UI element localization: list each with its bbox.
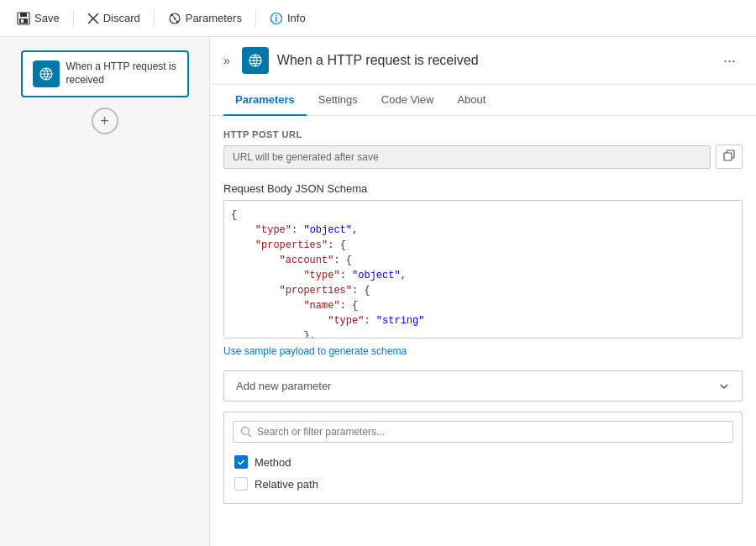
svg-line-23	[249, 434, 252, 438]
sample-payload-link[interactable]: Use sample payload to generate schema	[223, 345, 407, 357]
divider-1	[73, 10, 74, 27]
code-line: "type": "object",	[231, 223, 735, 238]
svg-rect-3	[21, 19, 24, 23]
method-param-row[interactable]: Method	[233, 451, 733, 473]
tabs-bar: Parameters Settings Code View About	[210, 85, 756, 116]
svg-line-10	[172, 15, 177, 22]
info-label: Info	[287, 12, 306, 24]
save-icon	[17, 12, 30, 25]
code-line: "properties": {	[231, 283, 735, 298]
code-line: "name": {	[231, 298, 735, 313]
node-card[interactable]: When a HTTP request is received	[21, 50, 189, 97]
toolbar: Save Discard Parameters i Info	[0, 0, 756, 37]
url-field: URL will be generated after save	[223, 144, 743, 169]
svg-text:i: i	[276, 14, 278, 24]
svg-rect-21	[724, 153, 732, 160]
node-label: When a HTTP request is received	[66, 60, 177, 87]
copy-icon	[723, 150, 735, 161]
method-label: Method	[255, 456, 291, 469]
search-box[interactable]	[233, 421, 733, 443]
parameter-search-input[interactable]	[257, 426, 726, 438]
search-icon	[240, 426, 252, 438]
schema-label: Request Body JSON Schema	[223, 182, 743, 195]
parameter-dropdown-panel: Method Relative path	[223, 412, 743, 504]
add-step-button[interactable]: +	[92, 108, 118, 134]
save-button[interactable]: Save	[10, 8, 66, 29]
http-post-url-label: HTTP POST URL	[223, 129, 743, 139]
code-line: "properties": {	[231, 238, 735, 253]
discard-icon	[87, 13, 99, 24]
main-layout: When a HTTP request is received + » When…	[0, 37, 756, 546]
parameters-label: Parameters	[186, 12, 242, 24]
add-parameter-button[interactable]: Add new parameter	[223, 370, 743, 402]
svg-point-22	[242, 428, 249, 435]
more-options-button[interactable]: ···	[717, 49, 743, 73]
sidebar: When a HTTP request is received +	[0, 37, 210, 546]
detail-http-icon	[248, 53, 263, 68]
add-param-label: Add new parameter	[236, 380, 331, 392]
relative-path-param-row[interactable]: Relative path	[233, 473, 733, 495]
divider-3	[255, 10, 256, 27]
tab-parameters[interactable]: Parameters	[223, 85, 307, 116]
code-editor[interactable]: { "type": "object", "properties": { "acc…	[223, 200, 743, 339]
http-icon	[39, 66, 54, 81]
relative-path-label: Relative path	[255, 478, 318, 491]
tab-code-view[interactable]: Code View	[370, 85, 446, 116]
info-icon: i	[270, 12, 283, 25]
detail-header: » When a HTTP request is received ···	[210, 37, 756, 85]
node-icon	[33, 60, 60, 87]
copy-url-button[interactable]	[716, 144, 743, 169]
svg-rect-1	[20, 13, 27, 17]
parameters-button[interactable]: Parameters	[161, 8, 249, 29]
code-line: {	[231, 207, 735, 223]
parameters-icon	[168, 12, 181, 25]
chevron-down-icon	[718, 381, 730, 392]
code-line: },	[231, 328, 735, 339]
method-checkbox[interactable]	[234, 455, 248, 469]
info-button[interactable]: i Info	[263, 8, 312, 29]
detail-icon	[242, 47, 269, 74]
add-icon: +	[100, 113, 109, 130]
relative-path-checkbox[interactable]	[234, 477, 248, 491]
url-input: URL will be generated after save	[223, 145, 711, 169]
code-line: "type": "string"	[231, 313, 735, 328]
discard-label: Discard	[103, 12, 140, 24]
code-line: "type": "object",	[231, 268, 735, 283]
content-area: HTTP POST URL URL will be generated afte…	[210, 116, 756, 546]
save-label: Save	[34, 12, 60, 24]
divider-2	[154, 10, 155, 27]
expand-icon[interactable]: »	[223, 54, 230, 67]
checkmark-icon	[237, 458, 245, 466]
tab-about[interactable]: About	[445, 85, 497, 116]
detail-panel: » When a HTTP request is received ··· Pa…	[210, 37, 756, 546]
detail-title: When a HTTP request is received	[277, 53, 708, 68]
code-line: "account": {	[231, 253, 735, 268]
discard-button[interactable]: Discard	[81, 8, 147, 28]
tab-settings[interactable]: Settings	[307, 85, 370, 116]
